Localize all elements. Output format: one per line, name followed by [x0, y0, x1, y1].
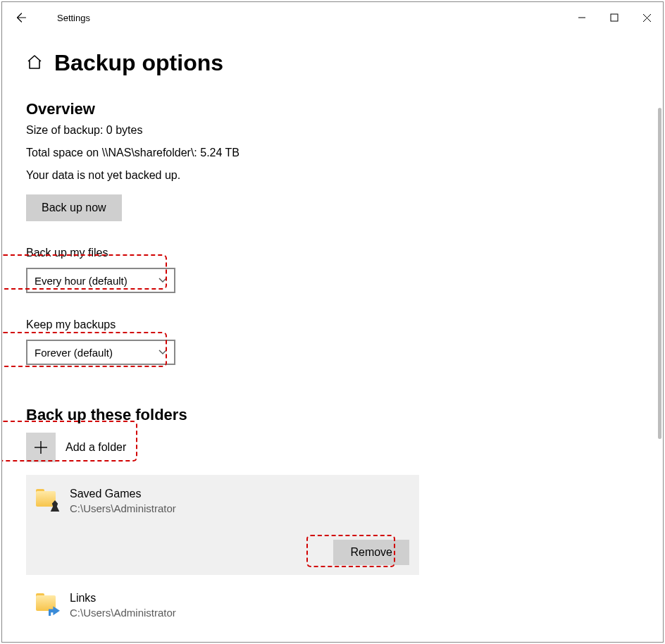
total-space-text: Total space on \\NAS\sharefolder\: 5.24 … — [26, 147, 663, 159]
remove-button[interactable]: Remove — [333, 540, 409, 565]
backup-now-button[interactable]: Back up now — [26, 194, 122, 221]
retention-value: Forever (default) — [35, 347, 113, 359]
backup-size-text: Size of backup: 0 bytes — [26, 124, 663, 137]
folder-name: Links — [70, 592, 176, 605]
window-controls — [566, 6, 663, 29]
chevron-down-icon — [159, 347, 167, 357]
retention-dropdown[interactable]: Forever (default) — [26, 340, 175, 365]
frequency-label: Back up my files — [26, 247, 663, 259]
maximize-icon — [610, 13, 619, 22]
page-header: Backup options — [26, 50, 663, 76]
page-title: Backup options — [54, 50, 223, 76]
plus-icon — [26, 433, 56, 462]
back-button[interactable] — [9, 6, 32, 29]
retention-label: Keep my backups — [26, 318, 663, 331]
content-area: Backup options Overview Size of backup: … — [2, 33, 663, 642]
titlebar: Settings — [2, 2, 663, 33]
settings-window: Settings Backup options Overview Size of… — [1, 1, 664, 643]
scrollbar[interactable] — [658, 108, 661, 439]
minimize-button[interactable] — [566, 6, 598, 29]
maximize-button[interactable] — [598, 6, 630, 29]
folder-name: Saved Games — [70, 488, 176, 500]
overview-heading: Overview — [26, 100, 663, 118]
backup-status-text: Your data is not yet backed up. — [26, 169, 663, 182]
chevron-down-icon — [159, 275, 167, 285]
add-folder-button[interactable]: Add a folder — [26, 433, 663, 462]
folder-icon — [36, 489, 57, 510]
folder-icon — [36, 593, 57, 614]
folder-path: C:\Users\Administrator — [70, 502, 176, 514]
close-icon — [642, 13, 652, 23]
frequency-dropdown[interactable]: Every hour (default) — [26, 268, 175, 293]
folder-item[interactable]: Links C:\Users\Administrator — [26, 592, 663, 619]
add-folder-label: Add a folder — [66, 441, 126, 454]
folder-path: C:\Users\Administrator — [70, 607, 176, 619]
frequency-value: Every hour (default) — [35, 275, 128, 287]
folders-heading: Back up these folders — [26, 406, 663, 424]
window-title: Settings — [57, 13, 90, 23]
folder-item-selected[interactable]: Saved Games C:\Users\Administrator Remov… — [26, 475, 419, 575]
arrow-left-icon — [14, 11, 27, 24]
minimize-icon — [578, 13, 586, 22]
svg-rect-1 — [611, 14, 618, 21]
close-button[interactable] — [630, 6, 663, 29]
home-icon[interactable] — [26, 54, 42, 73]
